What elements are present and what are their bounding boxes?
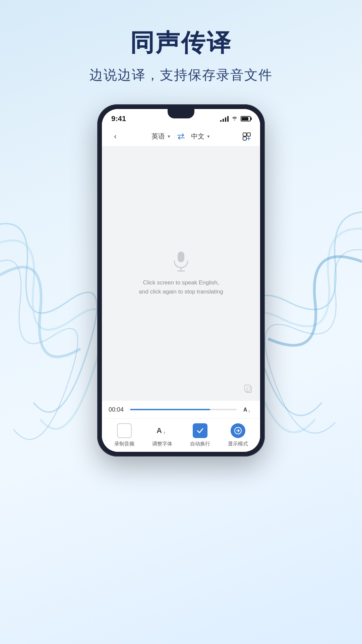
nav-bar: ‹ 英语 ▼ 中文 ▼	[102, 126, 260, 147]
target-language-button[interactable]: 中文 ▼	[191, 132, 210, 141]
adjust-font-label: 调整字体	[152, 441, 172, 447]
svg-rect-3	[178, 252, 184, 262]
font-size-icon: A ↑	[243, 405, 252, 414]
battery-icon	[241, 116, 251, 121]
copy-icon	[244, 384, 252, 393]
source-lang-arrow-icon: ▼	[167, 134, 171, 139]
adjust-font-icon: A ↑	[156, 424, 169, 437]
source-lang-label: 英语	[152, 132, 165, 141]
progress-bar[interactable]	[130, 409, 237, 410]
display-mode-icon	[234, 426, 242, 435]
phone-screen: 9:41	[102, 109, 260, 452]
svg-rect-2	[243, 137, 246, 140]
svg-rect-1	[247, 133, 250, 136]
copy-button[interactable]	[242, 383, 254, 395]
phone-mockup: 9:41	[0, 104, 362, 457]
screen-layout-icon	[242, 132, 251, 141]
translation-area[interactable]: Click screen to speak English, and click…	[102, 147, 260, 401]
progress-area: 00:04 A ↑	[102, 401, 260, 418]
language-selector: 英语 ▼ 中文 ▼	[122, 132, 240, 141]
wifi-icon	[231, 115, 238, 122]
swap-icon	[176, 133, 186, 140]
target-lang-label: 中文	[191, 132, 204, 141]
target-lang-arrow-icon: ▼	[206, 134, 210, 139]
progress-bar-fill	[130, 409, 210, 410]
svg-rect-0	[243, 133, 246, 136]
toolbar-item-display-mode[interactable]: 显示模式	[223, 423, 253, 447]
page-subtitle: 边说边译，支持保存录音文件	[0, 66, 362, 84]
back-button[interactable]: ‹	[109, 130, 122, 143]
font-size-button[interactable]: A ↑	[241, 404, 253, 416]
mic-hint: Click screen to speak English, and click…	[139, 278, 223, 296]
toolbar-item-record-audio[interactable]: 录制音频	[109, 423, 139, 447]
auto-wrap-label: 自动换行	[190, 441, 210, 447]
bottom-toolbar: 录制音频 A ↑ 调整字体	[102, 418, 260, 452]
svg-text:↑: ↑	[248, 409, 250, 414]
toolbar-item-adjust-font[interactable]: A ↑ 调整字体	[147, 423, 177, 447]
phone-notch	[168, 109, 194, 118]
signal-icon	[220, 116, 229, 122]
svg-text:↑: ↑	[163, 430, 166, 435]
nav-action-button[interactable]	[240, 130, 253, 143]
mic-container: Click screen to speak English, and click…	[139, 251, 223, 296]
source-language-button[interactable]: 英语 ▼	[152, 132, 171, 141]
svg-rect-7	[245, 385, 250, 391]
display-mode-icon-wrapper	[231, 423, 245, 438]
svg-text:A: A	[243, 407, 247, 413]
status-icons	[220, 115, 251, 122]
phone-frame: 9:41	[97, 104, 265, 457]
svg-text:A: A	[157, 426, 162, 435]
back-icon: ‹	[114, 132, 116, 141]
page-title: 同声传译	[0, 27, 362, 59]
toolbar-item-auto-wrap[interactable]: 自动换行	[185, 423, 215, 447]
status-time: 9:41	[111, 114, 126, 123]
swap-language-button[interactable]	[176, 133, 186, 140]
record-audio-checkbox	[117, 423, 132, 438]
display-mode-label: 显示模式	[228, 441, 248, 447]
microphone-icon	[171, 251, 191, 271]
adjust-font-icon-wrapper: A ↑	[155, 423, 170, 438]
checkmark-icon	[196, 426, 204, 435]
auto-wrap-checkbox	[193, 423, 207, 438]
progress-time: 00:04	[109, 406, 125, 413]
record-audio-label: 录制音频	[114, 441, 134, 447]
